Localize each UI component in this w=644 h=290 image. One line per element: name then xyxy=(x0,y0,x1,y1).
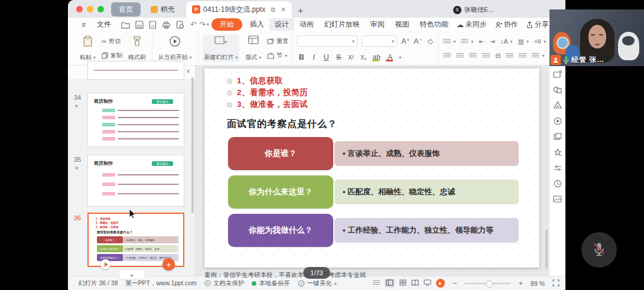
webcam-video-tile[interactable]: 经管 张… xyxy=(549,9,644,66)
effects-panel-icon[interactable] xyxy=(554,148,562,157)
font-family-select[interactable]: ▾ xyxy=(297,35,357,47)
copy-button[interactable]: 复制 xyxy=(102,50,122,61)
fit-slide-icon[interactable] xyxy=(552,279,560,288)
new-tab-button[interactable]: + xyxy=(298,5,303,15)
indent-list-right-icon[interactable] xyxy=(519,53,526,58)
close-tab-icon[interactable]: ✕ xyxy=(281,6,286,14)
bullets-button[interactable]: ▾ xyxy=(443,35,456,47)
normal-view-icon[interactable] xyxy=(385,279,395,288)
zoom-out-icon[interactable]: − xyxy=(453,279,457,288)
thumbnail-slide-34[interactable]: 简历制作 要点提示 xyxy=(87,93,184,147)
justify-icon[interactable] xyxy=(482,53,490,58)
align-left-icon[interactable] xyxy=(443,53,451,58)
menu-review[interactable]: 审阅 xyxy=(365,18,390,31)
export-pdf-icon[interactable] xyxy=(149,21,157,29)
increase-indent-icon[interactable]: ⇥ xyxy=(489,38,495,45)
outline-view-icon[interactable] xyxy=(373,281,380,286)
decrease-indent-icon[interactable]: ⇤ xyxy=(479,38,484,45)
canvas-scrollbar[interactable] xyxy=(545,230,548,269)
sync-status[interactable]: ☁未同步 xyxy=(454,18,490,31)
strikethrough-button[interactable]: S xyxy=(334,53,343,61)
slide-sorter-icon[interactable] xyxy=(399,279,406,287)
add-slide-button[interactable]: + xyxy=(119,271,145,279)
properties-panel-icon[interactable] xyxy=(554,164,562,172)
close-window-button[interactable] xyxy=(76,6,83,12)
slideshow-play-button[interactable] xyxy=(436,279,445,288)
paste-button[interactable]: 粘贴 ▾ xyxy=(78,35,97,62)
collaborate-button[interactable]: 协作 xyxy=(492,18,521,31)
float-doc-icon[interactable]: ⧉ xyxy=(271,6,275,14)
undo-icon[interactable]: ↶ xyxy=(190,20,197,29)
subscript-button[interactable]: X₂ xyxy=(359,54,367,61)
cut-button[interactable]: ✂剪切 xyxy=(102,35,122,47)
close-panel-icon[interactable]: × xyxy=(186,67,190,76)
shapes-panel-icon[interactable] xyxy=(553,86,562,93)
zoom-in-icon[interactable]: + xyxy=(518,279,523,288)
design-panel-icon[interactable] xyxy=(554,101,562,109)
distribute-icon[interactable]: ⊟ xyxy=(495,52,500,60)
format-painter-button[interactable]: 格式刷 xyxy=(126,35,148,62)
qa-row-1[interactable]: 你是谁？ • 言谈举止、成熟、仪表服饰 xyxy=(228,137,519,170)
open-file-icon[interactable] xyxy=(121,21,130,29)
play-from-current-button[interactable]: 从当前开始 ▾ xyxy=(157,35,194,62)
bold-button[interactable]: B xyxy=(297,53,305,61)
superscript-button[interactable]: X² xyxy=(347,54,355,61)
presenter-view-icon[interactable] xyxy=(424,279,431,287)
zoom-level[interactable]: 89 % xyxy=(531,280,545,287)
indent-list-left-icon[interactable] xyxy=(506,53,513,58)
quick-add-slide-button[interactable]: + xyxy=(162,258,175,271)
mute-microphone-button[interactable] xyxy=(581,232,617,268)
font-size-select[interactable]: ▾ xyxy=(362,35,397,47)
slide-layout-panel-icon[interactable] xyxy=(553,70,562,78)
share-button[interactable]: 分享 xyxy=(523,18,552,31)
font-color-button[interactable]: A xyxy=(385,53,395,61)
smart-design-panel-icon[interactable] xyxy=(554,117,562,125)
animation-panel-icon[interactable] xyxy=(554,133,562,141)
print-preview-icon[interactable] xyxy=(176,21,184,29)
columns-button[interactable]: ▥▾ xyxy=(518,35,529,47)
tab-docer[interactable]: 稻壳 xyxy=(143,2,183,17)
align-center-icon[interactable] xyxy=(456,53,464,58)
tab-home[interactable]: 首页 xyxy=(111,2,141,17)
sidebar-scrollbar[interactable] xyxy=(191,77,194,213)
thumbnail-slide-33-partial[interactable] xyxy=(87,61,184,80)
print-icon[interactable] xyxy=(162,21,171,29)
thumbnail-slide-35[interactable]: 简历制作 要点提示 xyxy=(87,155,184,207)
zoom-slider[interactable] xyxy=(464,283,510,284)
menu-design[interactable]: 设计 xyxy=(269,18,294,31)
zoom-slider-knob[interactable] xyxy=(486,281,493,288)
text-direction-button[interactable]: AB▾ xyxy=(534,35,546,47)
slide-title[interactable]: 面试官的考察点是什么？ xyxy=(227,118,337,131)
align-right-icon[interactable] xyxy=(469,53,477,58)
increase-font-button[interactable]: A⁺ xyxy=(401,37,409,45)
local-backup-status[interactable]: 本地备份开 xyxy=(252,279,290,288)
slide-bullet-list[interactable]: 1、信息获取 2、看需求，投简历 3、做准备，去面试 xyxy=(227,75,308,110)
highlight-color-button[interactable]: ab xyxy=(372,53,381,61)
zoom-window-button[interactable] xyxy=(97,6,104,12)
layout-button[interactable]: 版式 ▾ xyxy=(243,35,263,62)
beautify-button[interactable]: 一键美化▴ xyxy=(298,279,337,288)
tab-document[interactable]: P 0411-19级交流.pptx ⧉ ✕ xyxy=(186,1,292,18)
image-panel-icon[interactable] xyxy=(553,195,562,203)
section-button[interactable]: 节 ▾ xyxy=(267,50,288,61)
minimize-window-button[interactable] xyxy=(87,6,93,12)
doc-protect-status[interactable]: 文档未保护 xyxy=(204,279,245,288)
clear-format-icon[interactable]: ◇ xyxy=(426,37,434,45)
line-spacing-button[interactable]: ↕A▾ xyxy=(500,35,513,47)
underline-button[interactable]: U xyxy=(322,53,330,61)
main-menu-icon[interactable]: ≡ xyxy=(76,19,90,30)
menu-start[interactable]: 开始 xyxy=(212,18,242,31)
qa-row-2[interactable]: 你为什么来这里？ • 匹配度、相融性、稳定性、忠诚 xyxy=(228,175,519,208)
menu-slideshow[interactable]: 幻灯片放映 xyxy=(319,18,365,31)
history-panel-icon[interactable] xyxy=(554,180,562,188)
menu-view[interactable]: 视图 xyxy=(390,18,415,31)
list-settings-button[interactable]: ▾ xyxy=(532,50,544,61)
play-slide-button[interactable] xyxy=(100,259,110,269)
font-color-caret-icon[interactable]: ▾ xyxy=(399,55,401,60)
numbering-button[interactable]: ▾ xyxy=(461,35,473,47)
current-slide[interactable]: 1、信息获取 2、看需求，投简历 3、做准备，去面试 面试官的考察点是什么？ 你… xyxy=(204,69,539,268)
reading-view-icon[interactable] xyxy=(411,279,419,287)
menu-insert[interactable]: 插入 xyxy=(245,18,269,31)
italic-button[interactable]: I xyxy=(310,53,318,61)
menu-special-features[interactable]: 特色功能 xyxy=(415,18,454,31)
